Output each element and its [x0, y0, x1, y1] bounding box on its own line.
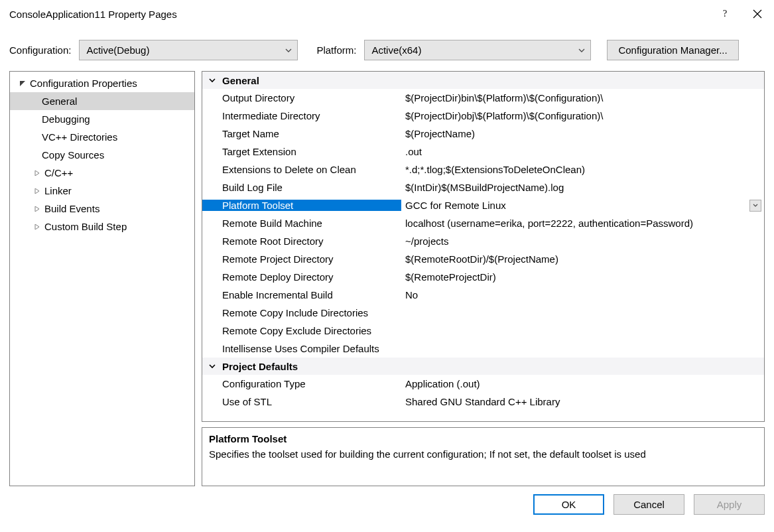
property-key: Output Directory [202, 92, 401, 103]
property-row[interactable]: Remote Copy Exclude Directories [202, 322, 764, 340]
property-value[interactable]: ~/projects [401, 235, 764, 247]
titlebar: ConsoleApplication11 Property Pages ? [0, 0, 774, 28]
chevron-down-icon [578, 48, 585, 52]
description-body: Specifies the toolset used for building … [209, 448, 757, 460]
property-grid[interactable]: General Output Directory$(ProjectDir)bin… [202, 71, 765, 422]
property-key: Target Name [202, 128, 401, 139]
category-header-general[interactable]: General [202, 72, 764, 89]
property-row[interactable]: Use of STLShared GNU Standard C++ Librar… [202, 393, 764, 411]
configuration-combo[interactable]: Active(Debug) [79, 40, 298, 60]
tree-item-label: C/C++ [44, 167, 73, 178]
ok-button[interactable]: OK [533, 494, 604, 515]
apply-button[interactable]: Apply [694, 494, 765, 515]
property-key: Remote Copy Include Directories [202, 307, 401, 318]
property-key: Remote Project Directory [202, 253, 401, 265]
property-key: Remote Root Directory [202, 235, 401, 247]
svg-marker-5 [35, 206, 39, 212]
property-row[interactable]: Intellisense Uses Compiler Defaults [202, 340, 764, 358]
expand-icon [32, 206, 42, 212]
property-key: Remote Deploy Directory [202, 271, 401, 283]
property-row[interactable]: Intermediate Directory$(ProjectDir)obj\$… [202, 107, 764, 125]
property-row[interactable]: Enable Incremental BuildNo [202, 286, 764, 304]
property-key: Target Extension [202, 146, 401, 157]
property-key: Enable Incremental Build [202, 289, 401, 300]
property-row[interactable]: Remote Copy Include Directories [202, 304, 764, 322]
tree-item[interactable]: Custom Build Step [10, 218, 194, 235]
expand-icon [32, 170, 42, 176]
tree-item[interactable]: VC++ Directories [10, 128, 194, 146]
tree-item-label: Custom Build Step [44, 221, 127, 232]
property-row[interactable]: Remote Deploy Directory$(RemoteProjectDi… [202, 268, 764, 286]
window-title: ConsoleApplication11 Property Pages [8, 9, 177, 20]
property-row[interactable]: Configuration TypeApplication (.out) [202, 375, 764, 393]
property-key: Intellisense Uses Compiler Defaults [202, 343, 401, 354]
property-value[interactable]: Shared GNU Standard C++ Library [401, 396, 764, 407]
property-key: Configuration Type [202, 378, 401, 389]
property-row[interactable]: Extensions to Delete on Clean*.d;*.tlog;… [202, 161, 764, 178]
svg-marker-3 [35, 170, 39, 176]
tree-item[interactable]: C/C++ [10, 164, 194, 182]
property-row[interactable]: Target Name$(ProjectName) [202, 125, 764, 143]
platform-label: Platform: [316, 44, 359, 56]
property-value[interactable]: $(RemoteRootDir)/$(ProjectName) [401, 253, 764, 265]
platform-value: Active(x64) [371, 44, 421, 56]
property-row[interactable]: Output Directory$(ProjectDir)bin\$(Platf… [202, 89, 764, 107]
property-key: Build Log File [202, 182, 401, 193]
property-key: Extensions to Delete on Clean [202, 164, 401, 175]
tree-item-label: Debugging [42, 113, 90, 125]
svg-marker-4 [35, 188, 39, 194]
right-pane: General Output Directory$(ProjectDir)bin… [202, 71, 765, 486]
tree-root[interactable]: Configuration Properties [10, 74, 194, 92]
tree-item-label: Linker [44, 185, 72, 196]
tree-item[interactable]: Linker [10, 182, 194, 200]
expand-icon [32, 188, 42, 194]
collapse-icon [18, 81, 27, 86]
category-header-project-defaults[interactable]: Project Defaults [202, 358, 764, 375]
tree-item-label: Copy Sources [42, 149, 104, 161]
platform-combo[interactable]: Active(x64) [364, 40, 591, 60]
property-value[interactable]: Application (.out) [401, 378, 764, 389]
main-area: Configuration Properties GeneralDebuggin… [0, 67, 774, 490]
cancel-button[interactable]: Cancel [613, 494, 684, 515]
expand-icon [32, 224, 42, 230]
property-value[interactable]: $(IntDir)$(MSBuildProjectName).log [401, 182, 764, 193]
property-value[interactable]: No [401, 289, 764, 300]
svg-marker-2 [20, 81, 25, 86]
property-key: Platform Toolset [202, 200, 401, 211]
description-pane: Platform Toolset Specifies the toolset u… [202, 427, 765, 486]
property-value[interactable]: $(RemoteProjectDir) [401, 271, 764, 283]
config-row: Configuration: Active(Debug) Platform: A… [0, 28, 774, 67]
tree-pane[interactable]: Configuration Properties GeneralDebuggin… [9, 71, 195, 486]
property-row[interactable]: Remote Build Machinelocalhost (username=… [202, 214, 764, 232]
property-row[interactable]: Remote Project Directory$(RemoteRootDir)… [202, 250, 764, 268]
property-value[interactable]: localhost (username=erika, port=2222, au… [401, 218, 764, 229]
tree-item[interactable]: Copy Sources [10, 146, 194, 164]
property-value[interactable]: $(ProjectName) [401, 128, 764, 139]
property-value[interactable]: GCC for Remote Linux [401, 200, 764, 212]
property-row[interactable]: Target Extension.out [202, 143, 764, 161]
tree-item-label: Build Events [44, 203, 99, 214]
configuration-manager-button[interactable]: Configuration Manager... [607, 40, 738, 60]
tree-item[interactable]: General [10, 92, 194, 110]
close-button[interactable] [751, 8, 763, 20]
dropdown-button[interactable] [749, 200, 761, 212]
chevron-down-icon [285, 48, 292, 52]
property-value[interactable]: $(ProjectDir)bin\$(Platform)\$(Configura… [401, 92, 764, 103]
property-value[interactable]: $(ProjectDir)obj\$(Platform)\$(Configura… [401, 110, 764, 121]
property-row[interactable]: Remote Root Directory~/projects [202, 232, 764, 250]
description-title: Platform Toolset [209, 433, 757, 444]
tree-item[interactable]: Build Events [10, 200, 194, 218]
property-value[interactable]: .out [401, 146, 764, 157]
property-row[interactable]: Build Log File$(IntDir)$(MSBuildProjectN… [202, 178, 764, 196]
property-key: Intermediate Directory [202, 110, 401, 121]
tree-item[interactable]: Debugging [10, 110, 194, 128]
property-row[interactable]: Platform ToolsetGCC for Remote Linux [202, 196, 764, 214]
close-icon [753, 9, 762, 19]
property-value[interactable]: *.d;*.tlog;$(ExtensionsToDeleteOnClean) [401, 164, 764, 175]
help-button[interactable]: ? [712, 5, 738, 23]
chevron-down-icon [208, 363, 217, 369]
configuration-label: Configuration: [9, 44, 74, 56]
configuration-value: Active(Debug) [86, 44, 149, 56]
tree-item-label: VC++ Directories [42, 131, 117, 143]
property-key: Remote Build Machine [202, 218, 401, 229]
